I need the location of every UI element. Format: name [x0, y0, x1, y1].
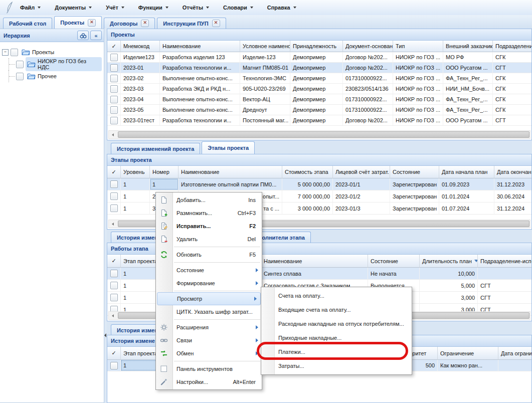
context-menu-item-5[interactable]: ОбновитьF5: [156, 248, 262, 261]
stage-tab-1[interactable]: Этапы проекта: [202, 141, 255, 154]
column-header[interactable]: Длительность план: [420, 255, 478, 268]
row-checkbox[interactable]: [110, 85, 118, 93]
context-menu-item-2[interactable]: Исправить...F2: [156, 220, 262, 233]
search-binoculars-button[interactable]: [77, 31, 89, 40]
row-checkbox[interactable]: [110, 96, 118, 103]
column-header[interactable]: ✓: [107, 347, 121, 360]
row-checkbox[interactable]: [110, 205, 118, 212]
main-tab-3[interactable]: Инструкции ПУП✕: [157, 18, 226, 29]
column-header[interactable]: Лицевой счёт затрат.: [333, 166, 390, 178]
tree-node-0[interactable]: −Проекты: [2, 46, 102, 58]
main-tab-0[interactable]: Рабочий стол: [3, 18, 52, 29]
row-checkbox[interactable]: [110, 294, 118, 301]
column-header[interactable]: Дата окончания: [494, 166, 532, 178]
column-header[interactable]: Состояние: [390, 166, 439, 178]
column-header[interactable]: Состояние: [368, 255, 420, 268]
row-checkbox[interactable]: [110, 192, 118, 200]
column-header[interactable]: Ограничение: [438, 347, 498, 360]
tree-node-2[interactable]: Прочее: [2, 70, 102, 82]
submenu-item-2[interactable]: Расходные накладные на отпуск потребител…: [261, 317, 412, 331]
column-header[interactable]: Подразделение: [493, 41, 532, 52]
row-checkbox[interactable]: [110, 117, 118, 124]
context-menu-item-7[interactable]: Состояние: [156, 264, 262, 277]
column-header[interactable]: Условное наименование: [240, 41, 290, 52]
row-checkbox[interactable]: [110, 106, 118, 114]
column-header[interactable]: Принадлежность: [290, 41, 343, 52]
table-row[interactable]: Изделие123Разработка изделия 123Изделие-…: [107, 52, 531, 63]
submenu-item-5[interactable]: Затраты...: [261, 359, 412, 373]
table-row[interactable]: 11Изготовление опытной партии ПМ0...5 00…: [107, 178, 531, 190]
table-row[interactable]: 2023-03Разработка ЭКД и РКД н...905-U020…: [107, 84, 531, 94]
context-menu-item-3[interactable]: УдалитьDel: [156, 233, 262, 246]
table-cell: ФА_Техн_Рег_...: [443, 94, 493, 104]
tab-close-icon[interactable]: ✕: [88, 19, 96, 27]
column-header[interactable]: Уровень: [121, 166, 150, 178]
stage-tab-0[interactable]: История изменений проекта: [111, 143, 200, 154]
column-header[interactable]: Подразделение-исполнитель: [478, 255, 532, 268]
menubar-item-5[interactable]: Словари: [223, 5, 253, 11]
context-menu-item-1[interactable]: Размножить...Ctrl+F3: [156, 207, 262, 220]
column-header[interactable]: Наименование: [261, 255, 368, 268]
menubar-item-6[interactable]: Справка: [267, 5, 296, 11]
context-menu-item-15[interactable]: Обмен: [156, 347, 262, 360]
column-header[interactable]: ✓: [107, 255, 121, 268]
tree-node-checkbox[interactable]: [16, 73, 24, 80]
menubar-item-0[interactable]: Файл: [20, 5, 41, 11]
column-header[interactable]: Стоимость этапа: [282, 166, 333, 178]
column-header[interactable]: Наименование: [179, 166, 282, 178]
context-menu-item-10[interactable]: Просмотр: [157, 292, 261, 305]
column-header[interactable]: Номер: [150, 166, 179, 178]
context-menu-item-11[interactable]: ЦИТК. Указать шифр затрат...: [156, 305, 262, 318]
main-tab-1[interactable]: Проекты✕: [54, 16, 102, 29]
row-checkbox[interactable]: [110, 362, 118, 369]
menubar-item-1[interactable]: Документы: [55, 5, 92, 11]
menubar-item-4[interactable]: Отчёты: [183, 5, 209, 11]
scroll-left-icon[interactable]: [109, 220, 117, 228]
column-header[interactable]: Документ-основание: [343, 41, 393, 52]
row-checkbox[interactable]: [110, 180, 118, 188]
column-header[interactable]: Дата начала план: [439, 166, 494, 178]
splitter-collapse-icon[interactable]: [104, 333, 106, 337]
column-header[interactable]: Дата ограничения: [498, 347, 532, 360]
table-row[interactable]: 2023-01Разработка технологии и...Магнит …: [107, 63, 531, 73]
submenu-item-1[interactable]: Входящие счета на оплату...: [261, 303, 412, 317]
tree-node-checkbox[interactable]: [11, 49, 18, 56]
table-row[interactable]: 2023-02Выполнение опытно-конс...Технолог…: [107, 73, 531, 84]
tab-close-icon[interactable]: ✕: [212, 20, 220, 27]
context-menu-item-8[interactable]: Формирование: [156, 277, 262, 290]
column-header[interactable]: Наименование: [160, 41, 240, 52]
row-checkbox[interactable]: [110, 64, 118, 72]
row-checkbox[interactable]: [110, 75, 118, 82]
menubar-item-3[interactable]: Функции: [138, 5, 168, 11]
table-row[interactable]: 2023-01тестРазработка технологии и...Пос…: [107, 115, 531, 126]
column-header[interactable]: ✓: [107, 166, 121, 178]
column-header[interactable]: Внешний заказчик: [443, 41, 493, 52]
context-menu-item-0[interactable]: Добавить...Ins: [156, 193, 262, 207]
collapse-panel-button[interactable]: «: [90, 31, 102, 40]
submenu-item-0[interactable]: Счета на оплату...: [261, 289, 412, 303]
column-header[interactable]: ✓: [107, 41, 121, 52]
tree-expander-icon[interactable]: −: [2, 49, 9, 56]
row-checkbox[interactable]: [110, 54, 118, 61]
context-menu-item-13[interactable]: Расширения: [156, 321, 262, 334]
context-menu-item-18[interactable]: Настройки...Alt+Enter: [156, 375, 262, 388]
column-header[interactable]: Тип: [393, 41, 443, 52]
tree-node-1[interactable]: НИОКР по ГОЗ без НДС: [2, 58, 102, 70]
main-tab-2[interactable]: Договоры✕: [104, 18, 155, 29]
scroll-left-icon[interactable]: [109, 131, 117, 138]
scroll-left-icon[interactable]: [109, 312, 117, 319]
tab-close-icon[interactable]: ✕: [141, 20, 149, 27]
table-row[interactable]: 2023-05Выполнение опытно-конс...Дредноут…: [107, 105, 531, 115]
context-menu-item-17[interactable]: Панель инструментов: [156, 362, 262, 375]
table-row[interactable]: 2023-04Выполнение опытно-конс...Вектор-А…: [107, 94, 531, 105]
column-header[interactable]: Мнемокод: [121, 41, 160, 52]
menubar-item-2[interactable]: Учёт: [106, 5, 124, 11]
scrollbar-thumb[interactable]: [118, 131, 529, 138]
projects-hscrollbar[interactable]: [108, 130, 530, 139]
table-cell: [107, 178, 121, 190]
tree-node-checkbox[interactable]: [16, 61, 24, 68]
table-cell: 2023-01/3: [333, 203, 390, 214]
row-checkbox[interactable]: [110, 282, 118, 289]
row-checkbox[interactable]: [110, 270, 118, 277]
context-menu-item-14[interactable]: Связи: [156, 334, 262, 347]
